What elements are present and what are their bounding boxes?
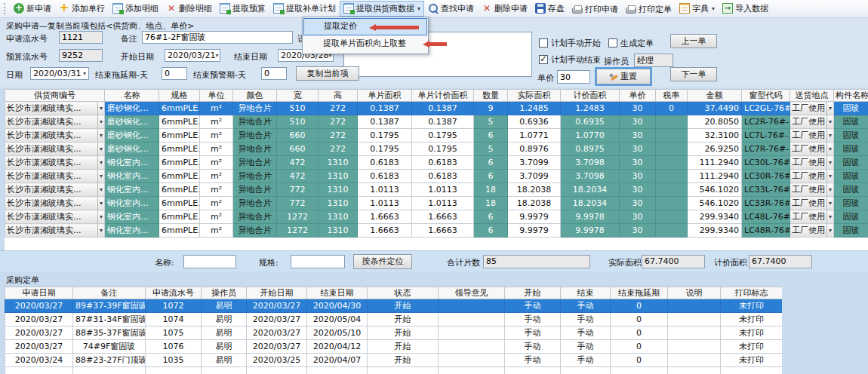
grid-cell[interactable]: m² <box>200 183 233 197</box>
grid-cell[interactable]: 0.6183 <box>412 170 474 183</box>
grid-cell[interactable]: 工厂使用▾ <box>790 156 834 170</box>
grid-cell[interactable] <box>73 367 146 374</box>
grid-cell[interactable]: 0 <box>611 313 668 326</box>
grid-cell[interactable]: 开始 <box>368 340 439 354</box>
grid-cell[interactable]: 磨砂钢化... <box>105 129 159 143</box>
grid-cell[interactable]: 272 <box>319 115 358 129</box>
grid-cell[interactable]: 32.3100 <box>688 129 742 143</box>
grid-cell[interactable]: 510 <box>277 115 319 129</box>
column-header[interactable]: 单片面积 <box>358 90 412 102</box>
grid-cell[interactable]: 510 <box>277 102 319 115</box>
grid-cell[interactable]: 1.0770 <box>561 129 620 143</box>
grid-cell[interactable]: 30 <box>620 115 656 129</box>
grid-cell[interactable]: 1310 <box>319 197 358 210</box>
grid-cell[interactable]: 30 <box>620 197 656 210</box>
column-header[interactable]: 名称 <box>105 90 159 102</box>
grid-cell[interactable]: 2020/05/10 <box>307 326 368 340</box>
grid-cell[interactable]: 18 <box>474 183 508 197</box>
grid-cell[interactable]: 3.7099 <box>508 156 561 170</box>
start-date-combo[interactable]: 2020/03/21▾ <box>165 49 220 62</box>
toolbar-item-2[interactable]: 添加单行 <box>55 1 109 17</box>
grid-cell[interactable]: 2020/03/27 <box>247 313 307 326</box>
column-header[interactable]: 领导意见 <box>439 287 505 299</box>
grid-cell[interactable]: 5 <box>474 115 508 129</box>
grid-cell[interactable]: 0.6183 <box>358 156 412 170</box>
grid-cell[interactable]: 0 <box>611 354 668 367</box>
grid-cell[interactable] <box>656 197 688 210</box>
grid-cell[interactable]: 长沙市潇湘玻璃实...▾ <box>5 156 105 170</box>
grid-cell[interactable]: 37.4490 <box>688 102 742 115</box>
grid-cell[interactable]: 272 <box>319 129 358 143</box>
copy-current-button[interactable]: 复制当前项 <box>296 66 359 81</box>
grid-cell[interactable]: 0.1387 <box>412 102 474 115</box>
spec-filter-input[interactable] <box>291 255 345 268</box>
grid-cell[interactable]: 开始 <box>368 313 439 326</box>
column-header[interactable]: 实际面积 <box>508 90 561 102</box>
grid-cell[interactable]: 0.1795 <box>412 129 474 143</box>
grid-cell[interactable]: 30 <box>620 129 656 143</box>
grid-cell[interactable] <box>439 340 505 354</box>
grid-cell[interactable] <box>656 183 688 197</box>
grid-cell[interactable]: 6mmPLE... <box>159 156 200 170</box>
column-header[interactable]: 单位 <box>200 90 233 102</box>
column-header[interactable]: 操作员 <box>202 287 247 299</box>
grid-cell[interactable]: 6 <box>474 224 508 238</box>
grid-cell[interactable]: 工厂使用▾ <box>790 129 834 143</box>
grid-cell[interactable]: LC30L-76#... <box>742 156 790 170</box>
grid-cell[interactable]: 异地合片 <box>233 115 277 129</box>
grid-cell[interactable]: 手动 <box>505 299 561 313</box>
grid-cell[interactable]: 2020/04/30 <box>307 299 368 313</box>
grid-cell[interactable]: 易明 <box>202 340 247 354</box>
column-header[interactable]: 打印标志 <box>721 287 783 299</box>
grid-cell[interactable]: 手动 <box>561 340 611 354</box>
request-no-input[interactable] <box>59 31 103 44</box>
table-row[interactable]: 长沙市潇湘玻璃实...▾磨砂钢化...6mmPLE...m²异地合片510272… <box>5 115 868 129</box>
grid-cell[interactable]: 3.7098 <box>561 156 620 170</box>
toolbar-item-14[interactable]: 导入数据 <box>719 1 772 17</box>
grid-cell[interactable]: 长沙市潇湘玻璃实...▾ <box>5 143 105 156</box>
grid-cell[interactable]: 472 <box>277 156 319 170</box>
grid-cell[interactable]: 未打印 <box>721 326 783 340</box>
column-header[interactable]: 备注 <box>73 287 146 299</box>
table-row[interactable]: 2020/03/2774#9F窗固玻1076易明2020/03/272020/0… <box>5 340 783 354</box>
grid-cell[interactable]: LC7L-76#-1FO <box>742 129 790 143</box>
grid-cell[interactable]: LC33R-76#... <box>742 197 790 210</box>
grid-cell[interactable]: 固玻 <box>834 210 868 224</box>
table-row[interactable] <box>5 367 783 374</box>
grid-cell[interactable]: 2020/03/27 <box>247 340 307 354</box>
grid-cell[interactable]: 2020/05/04 <box>307 313 368 326</box>
grid-cell[interactable] <box>439 354 505 367</box>
grid-cell[interactable]: 1035 <box>146 354 202 367</box>
grid-cell[interactable]: LC2GL-76#... <box>742 102 790 115</box>
manual-start-checkbox[interactable] <box>539 38 548 48</box>
grid-cell[interactable]: 6mmPLE... <box>159 197 200 210</box>
grid-cell[interactable]: LC2R-76#-1F <box>742 115 790 129</box>
grid-cell[interactable]: 272 <box>319 143 358 156</box>
grid-cell[interactable]: 1.0113 <box>412 197 474 210</box>
grid-cell[interactable]: 未打印 <box>721 340 783 354</box>
grid-cell[interactable]: 1.2485 <box>508 102 561 115</box>
column-header[interactable]: 结束 <box>561 287 611 299</box>
grid-cell[interactable]: 未打印 <box>721 354 783 367</box>
column-header[interactable]: 送货地点 <box>790 90 834 102</box>
grid-cell[interactable]: 工厂使用▾ <box>790 143 834 156</box>
grid-cell[interactable]: m² <box>200 170 233 183</box>
grid-cell[interactable]: 1310 <box>319 170 358 183</box>
grid-cell[interactable]: 0.1387 <box>412 115 474 129</box>
grid-cell[interactable] <box>668 340 721 354</box>
grid-cell[interactable]: 0.1387 <box>358 102 412 115</box>
operator-input[interactable] <box>634 54 673 67</box>
grid-cell[interactable] <box>5 367 73 374</box>
column-header[interactable]: 单片计价面积 <box>412 90 474 102</box>
grid-cell[interactable]: 长沙市潇湘玻璃实...▾ <box>5 115 105 129</box>
grid-cell[interactable]: 手动 <box>561 299 611 313</box>
grid-cell[interactable]: 磨砂钢化... <box>105 102 159 115</box>
grid-cell[interactable]: 772 <box>277 197 319 210</box>
column-header[interactable]: 金额 <box>688 90 742 102</box>
grid-cell[interactable]: 长沙市潇湘玻璃实...▾ <box>5 224 105 238</box>
unit-price-input[interactable] <box>557 70 590 84</box>
grid-cell[interactable]: 0.6183 <box>412 156 474 170</box>
grid-cell[interactable]: 18.2038 <box>508 197 561 210</box>
manual-end-checkbox[interactable] <box>539 55 548 64</box>
column-header[interactable]: 税率 <box>656 90 688 102</box>
